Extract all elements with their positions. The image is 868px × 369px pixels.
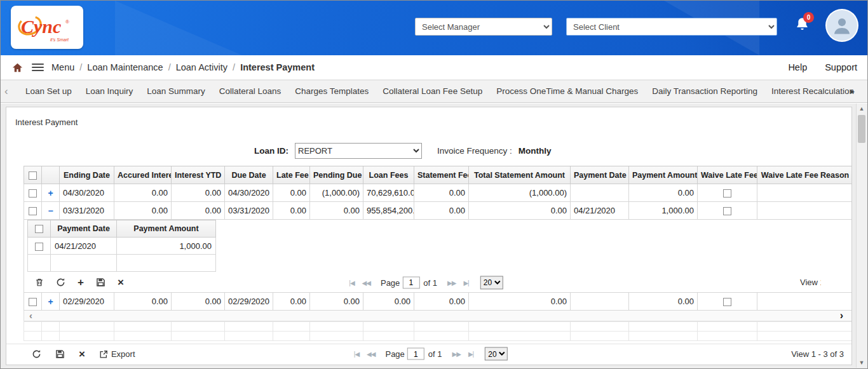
row-checkbox[interactable] (29, 207, 37, 215)
tab-collateral-loan-fee-setup[interactable]: Collateral Loan Fee Setup (376, 81, 489, 102)
subgrid-select-all-checkbox[interactable] (35, 225, 43, 233)
home-button[interactable] (11, 62, 24, 74)
scrollbar-thumb[interactable] (858, 115, 865, 143)
expand-row-button[interactable]: + (48, 188, 53, 198)
scroll-up-icon[interactable]: ▲ (857, 105, 867, 112)
first-page-button[interactable] (354, 351, 359, 358)
last-page-button[interactable] (468, 351, 473, 358)
select-all-header (24, 166, 42, 184)
export-button[interactable]: Export (99, 349, 135, 359)
col-total-statement-amount[interactable]: Total Statement Amount (469, 166, 571, 184)
subgrid-row-checkbox[interactable] (35, 243, 43, 251)
grid-header-row: Ending Date Accured Interest Interest YT… (24, 166, 853, 184)
tab-interest-recalculation[interactable]: Interest Recalculation (764, 81, 861, 102)
subcol-payment-amount[interactable]: Payment Amount (117, 220, 216, 238)
cell-ending-date: 04/30/2020 (60, 184, 114, 202)
cancel-payment-button[interactable]: × (118, 278, 124, 287)
tab-collateral-loans[interactable]: Collateral Loans (212, 81, 288, 102)
user-avatar[interactable] (825, 9, 858, 42)
breadcrumb-menu[interactable]: Menu (51, 62, 74, 72)
breadcrumb-loan-maintenance[interactable]: Loan Maintenance (87, 62, 163, 72)
tab-loan-inquiry[interactable]: Loan Inquiry (79, 81, 140, 102)
tab-process-onetime-manual-charges[interactable]: Process OneTime & Manual Charges (489, 81, 645, 102)
empty-filler-rows (24, 321, 852, 341)
col-interest-ytd[interactable]: Interest YTD (172, 166, 225, 184)
next-page-button[interactable] (452, 351, 461, 358)
page-size-select[interactable]: 20 (485, 347, 508, 361)
cell-interest-ytd: 0.00 (172, 202, 225, 220)
delete-payment-button[interactable] (35, 278, 44, 287)
first-page-button[interactable] (349, 279, 354, 286)
tab-interest-payment-active[interactable]: Inter (861, 81, 867, 102)
next-page-button[interactable] (447, 279, 456, 286)
loan-id-select[interactable]: REPORT (295, 143, 422, 159)
cell-accured-interest: 0.00 (114, 202, 172, 220)
subgrid-view-range-label: View 1 - 1 of 1 (800, 278, 821, 287)
save-icon (96, 278, 105, 287)
col-loan-fees[interactable]: Loan Fees (363, 166, 414, 184)
vertical-scrollbar[interactable]: ▲ ▼ (856, 104, 867, 368)
scroll-down-icon[interactable]: ▼ (857, 359, 867, 366)
breadcrumb-separator: / (233, 62, 235, 72)
col-due-date[interactable]: Due Date (225, 166, 273, 184)
tab-loan-summary[interactable]: Loan Summary (140, 81, 212, 102)
cync-logo[interactable]: Cync ® it's Smart (11, 6, 83, 49)
cancel-grid-button[interactable]: × (79, 349, 85, 359)
col-statement-fee[interactable]: Statement Fee (414, 166, 469, 184)
tab-daily-transaction-reporting[interactable]: Daily Transaction Reporting (645, 81, 764, 102)
col-pending-due[interactable]: Pending Due (310, 166, 363, 184)
cell-due-date: 04/30/2020 (225, 184, 273, 202)
row-checkbox[interactable] (29, 189, 37, 198)
previous-page-button[interactable] (367, 351, 375, 358)
select-manager-dropdown[interactable]: Select Manager (415, 18, 552, 36)
waive-late-fee-checkbox[interactable] (723, 207, 731, 215)
refresh-subgrid-button[interactable] (56, 278, 65, 287)
col-payment-date[interactable]: Payment Date (571, 166, 629, 184)
page-label: Page (381, 278, 400, 287)
empty-row (24, 322, 853, 332)
menu-toggle-button[interactable] (32, 64, 44, 72)
col-accured-interest[interactable]: Accured Interest (114, 166, 172, 184)
subgrid-pagination: Page of 1 20 (345, 276, 503, 289)
save-grid-button[interactable] (55, 349, 65, 359)
horizontal-scrollbar[interactable]: ‹ › (24, 311, 852, 321)
table-row: − 03/31/2020 0.00 0.00 03/31/2020 0.00 0… (24, 202, 853, 220)
cell-accured-interest: 0.00 (114, 293, 172, 311)
col-payment-amount[interactable]: Payment Amount (629, 166, 698, 184)
top-header: Cync ® it's Smart Select Manager Select … (1, 1, 867, 55)
waive-late-fee-checkbox[interactable] (723, 189, 731, 198)
previous-page-button[interactable] (362, 279, 370, 286)
page-count-label: of 1 (423, 278, 437, 287)
col-waive-late-fee-reason[interactable]: Waive Late Fee Reason (757, 166, 853, 184)
refresh-grid-button[interactable] (32, 349, 41, 359)
breadcrumb-loan-activity[interactable]: Loan Activity (176, 62, 227, 72)
app-window: Cync ® it's Smart Select Manager Select … (0, 0, 868, 369)
expand-row-button[interactable]: + (48, 297, 53, 307)
last-page-button[interactable] (463, 279, 468, 286)
select-client-dropdown[interactable]: Select Client (566, 18, 777, 36)
breadcrumb-separator: / (168, 62, 171, 72)
subcol-payment-date[interactable]: Payment Date (51, 220, 117, 238)
scroll-left-icon[interactable]: ‹ (29, 310, 32, 321)
page-number-input[interactable] (407, 348, 424, 360)
collapse-row-button[interactable]: − (48, 206, 53, 216)
help-link[interactable]: Help (788, 62, 807, 72)
save-payment-button[interactable] (96, 278, 105, 287)
add-payment-button[interactable]: + (78, 278, 84, 287)
col-ending-date[interactable]: Ending Date (60, 166, 114, 184)
col-late-fee[interactable]: Late Fee (273, 166, 310, 184)
page-size-select[interactable]: 20 (480, 276, 503, 289)
cell-ending-date: 03/31/2020 (60, 202, 114, 220)
support-link[interactable]: Support (825, 62, 857, 72)
cell-payment-amount: 0.00 (629, 184, 698, 202)
select-all-checkbox[interactable] (29, 171, 37, 180)
tab-scroll-right-icon[interactable]: ▸ (850, 81, 855, 102)
tab-charges-templates[interactable]: Charges Templates (288, 81, 376, 102)
row-checkbox[interactable] (29, 298, 37, 306)
scroll-right-icon[interactable]: › (840, 310, 843, 321)
page-number-input[interactable] (402, 276, 419, 288)
waive-late-fee-checkbox[interactable] (723, 298, 731, 306)
col-waive-late-fee[interactable]: Waive Late Fee (698, 166, 757, 184)
tab-loan-set-up[interactable]: Loan Set up (18, 81, 79, 102)
tab-scroll-left-icon[interactable]: ‹ (4, 81, 8, 102)
